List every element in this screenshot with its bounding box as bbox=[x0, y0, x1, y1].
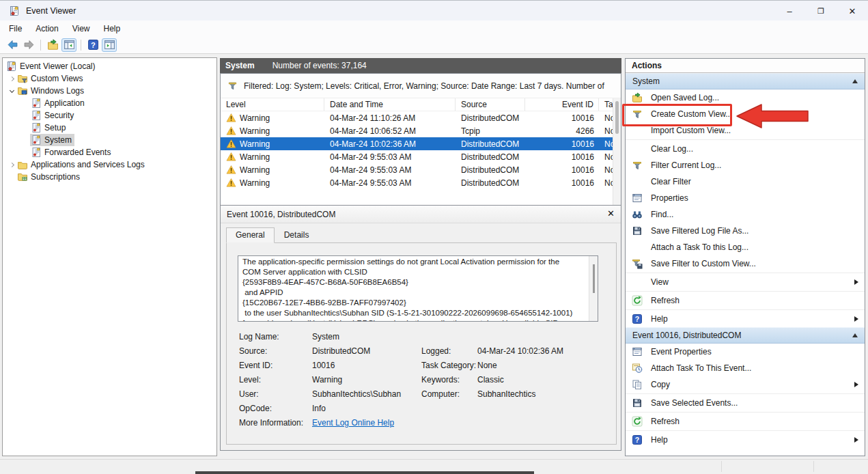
menu-help[interactable]: Help bbox=[97, 22, 128, 36]
tree-item-windows-logs[interactable]: Windows Logs bbox=[3, 85, 216, 97]
detail-tabs: General Details bbox=[226, 227, 318, 243]
tree-item-subscriptions[interactable]: Subscriptions bbox=[3, 171, 216, 183]
field-value: Warning bbox=[312, 375, 342, 385]
column-level[interactable]: Level bbox=[221, 98, 324, 111]
forward-button[interactable] bbox=[21, 38, 36, 52]
collapse-icon[interactable] bbox=[852, 333, 858, 337]
event-detail-header: Event 10016, DistributedCOM ✕ bbox=[221, 206, 621, 223]
action-label: Event Properties bbox=[651, 347, 712, 357]
event-row[interactable]: Warning04-Mar-24 9:55:03 AMDistributedCO… bbox=[221, 163, 613, 176]
tab-general[interactable]: General bbox=[226, 227, 275, 243]
action-save-filtered-log-file-as[interactable]: Save Filtered Log File As... bbox=[626, 223, 865, 239]
action-view[interactable]: View bbox=[626, 274, 865, 290]
filter-funnel-icon bbox=[227, 81, 238, 91]
action-find[interactable]: Find... bbox=[626, 206, 865, 223]
event-message-box[interactable]: The application-specific permission sett… bbox=[238, 255, 598, 322]
tree-item-label: Subscriptions bbox=[31, 172, 80, 182]
action-filter-current-log[interactable]: Filter Current Log... bbox=[626, 157, 865, 173]
collapse-icon[interactable] bbox=[852, 79, 858, 83]
tree-item-applications-and-services-logs[interactable]: Applications and Services Logs bbox=[3, 158, 216, 171]
show-hide-console-tree-button[interactable] bbox=[61, 38, 76, 52]
actions-section-header-event-10016-distributedcom[interactable]: Event 10016, DistributedCOM bbox=[626, 327, 865, 344]
event-source: DistributedCOM bbox=[456, 178, 525, 188]
tree-item-security[interactable]: Security bbox=[3, 109, 216, 122]
menu-file[interactable]: File bbox=[2, 22, 29, 36]
no-icon bbox=[632, 242, 643, 253]
tree-item-setup[interactable]: Setup bbox=[3, 122, 216, 134]
event-task-category: None bbox=[599, 126, 613, 136]
action-label: Clear Filter bbox=[651, 177, 691, 186]
event-row[interactable]: Warning04-Mar-24 10:02:36 AMDistributedC… bbox=[221, 137, 613, 150]
field-label: Event ID: bbox=[239, 361, 272, 370]
event-log-online-help-link[interactable]: Event Log Online Help bbox=[312, 418, 394, 428]
event-row[interactable]: Warning04-Mar-24 9:55:03 AMDistributedCO… bbox=[221, 150, 613, 163]
tree-item-forwarded-events[interactable]: Forwarded Events bbox=[3, 146, 216, 158]
action-label: Filter Current Log... bbox=[651, 161, 721, 170]
warning-icon bbox=[226, 165, 236, 175]
action-attach-task-to-this-event[interactable]: Attach Task To This Event... bbox=[626, 360, 865, 376]
column-event-id[interactable]: Event ID bbox=[525, 98, 599, 111]
message-scrollbar[interactable] bbox=[589, 256, 598, 321]
chevron-down-icon[interactable] bbox=[7, 90, 16, 92]
close-button[interactable]: ✕ bbox=[837, 1, 868, 21]
minimize-button[interactable]: – bbox=[774, 1, 805, 21]
event-id: 10016 bbox=[525, 139, 599, 149]
action-refresh[interactable]: Refresh bbox=[626, 292, 865, 309]
tree-item-event-viewer-local[interactable]: Event Viewer (Local) bbox=[3, 60, 216, 72]
event-row[interactable]: Warning04-Mar-24 10:06:52 AMTcpip4266Non… bbox=[221, 124, 613, 137]
tree-item-application[interactable]: Application bbox=[3, 97, 216, 109]
menu-action[interactable]: Action bbox=[29, 22, 65, 36]
arrow-forward-icon bbox=[23, 39, 35, 51]
maximize-button[interactable]: ❐ bbox=[805, 1, 837, 21]
action-clear-log[interactable]: Clear Log... bbox=[626, 141, 865, 157]
column-date-time[interactable]: Date and Time bbox=[324, 98, 456, 111]
action-label: Save Filter to Custom View... bbox=[651, 259, 756, 268]
detail-field-row: More Information:Event Log Online Help bbox=[227, 418, 617, 432]
chevron-right-icon[interactable] bbox=[7, 77, 16, 81]
event-id: 10016 bbox=[525, 165, 599, 175]
show-hide-action-pane-button[interactable] bbox=[102, 38, 117, 52]
tree-item-system[interactable]: System bbox=[3, 134, 216, 146]
action-properties[interactable]: Properties bbox=[626, 190, 865, 206]
field-label: OpCode: bbox=[239, 404, 272, 413]
no-icon bbox=[632, 176, 643, 187]
action-save-filter-to-custom-view[interactable]: Save Filter to Custom View... bbox=[626, 255, 865, 272]
action-refresh[interactable]: Refresh bbox=[626, 413, 865, 430]
action-attach-a-task-to-this-log[interactable]: Attach a Task To this Log... bbox=[626, 239, 865, 255]
action-help[interactable]: ?Help bbox=[626, 311, 865, 327]
taskbar-edge bbox=[195, 471, 534, 474]
submenu-arrow-icon bbox=[854, 279, 858, 285]
event-level: Warning bbox=[221, 113, 324, 123]
event-viewer-app-icon bbox=[9, 5, 20, 16]
event-row[interactable]: Warning04-Mar-24 9:55:03 AMDistributedCO… bbox=[221, 176, 613, 189]
menu-view[interactable]: View bbox=[66, 22, 97, 36]
action-event-properties[interactable]: Event Properties bbox=[626, 344, 865, 360]
action-clear-filter[interactable]: Clear Filter bbox=[626, 173, 865, 190]
column-task-category[interactable]: Ta bbox=[599, 98, 613, 111]
svg-text:?: ? bbox=[91, 41, 96, 49]
tree-item-custom-views[interactable]: Custom Views bbox=[3, 72, 216, 85]
close-icon[interactable]: ✕ bbox=[607, 208, 615, 219]
action-label: Save Filtered Log File As... bbox=[651, 226, 748, 236]
field-label: User: bbox=[239, 389, 259, 399]
event-level: Warning bbox=[221, 165, 324, 175]
tree-item-label: Forwarded Events bbox=[44, 148, 111, 157]
field-label: Level: bbox=[239, 375, 261, 385]
event-rows: Warning04-Mar-24 11:10:26 AMDistributedC… bbox=[221, 111, 613, 189]
open-saved-log-button[interactable] bbox=[45, 38, 60, 52]
event-row[interactable]: Warning04-Mar-24 11:10:26 AMDistributedC… bbox=[221, 111, 613, 124]
detail-field-row: Level:WarningKeywords:Classic bbox=[227, 375, 617, 389]
chevron-right-icon[interactable] bbox=[7, 163, 16, 167]
action-save-selected-events[interactable]: Save Selected Events... bbox=[626, 395, 865, 411]
action-copy[interactable]: Copy bbox=[626, 376, 865, 393]
back-button[interactable] bbox=[5, 38, 20, 52]
action-help[interactable]: ?Help bbox=[626, 432, 865, 448]
open-folder-icon bbox=[632, 92, 643, 103]
actions-section-header-system[interactable]: System bbox=[626, 73, 865, 89]
help-button[interactable]: ? bbox=[85, 38, 100, 52]
tab-details[interactable]: Details bbox=[275, 227, 319, 243]
column-source[interactable]: Source bbox=[456, 98, 525, 111]
action-label: Save Selected Events... bbox=[651, 398, 738, 408]
arrow-back-icon bbox=[7, 39, 18, 51]
field-label: Logged: bbox=[421, 346, 451, 356]
